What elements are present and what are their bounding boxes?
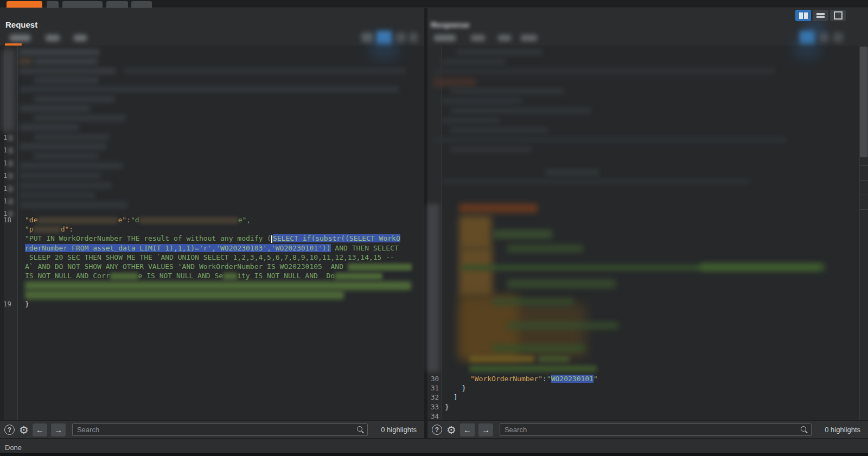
code-line[interactable]: "pd": [25,224,421,234]
response-title: Response [431,20,470,29]
layout-toggle-group [795,10,846,21]
redacted-content [469,365,597,372]
partial-line-number: 1 [0,195,16,207]
request-code[interactable]: "dee":"de","pd":"PUT IN WorkOrderNumber … [25,215,421,309]
code-line[interactable]: "PUT IN WorkOrderNumber THE result of wi… [25,234,421,243]
redacted-content [441,117,500,124]
redacted-content [459,216,492,248]
scrollbar-mark [860,180,868,181]
code-line[interactable]: "dee":"de", [25,215,421,224]
layout-rows-button[interactable] [813,10,828,21]
magnifier-icon [801,426,806,432]
code-line[interactable]: } [25,299,421,309]
redacted-content [18,49,100,56]
top-tab-active[interactable] [7,1,42,8]
code-token: } [25,300,29,308]
redacted-content [20,182,112,189]
response-highlights-count: 0 highlights [812,426,868,434]
line-number: 30 [427,374,441,383]
prev-match-button[interactable]: ← [33,423,47,436]
partial-line-number: 1 [0,207,16,220]
code-token: "p [25,225,34,233]
redacted-content [493,345,585,352]
top-tab[interactable] [47,1,59,8]
request-search-input[interactable] [72,423,368,436]
redacted-content [498,35,511,41]
redacted-content [469,356,534,362]
code-line[interactable]: ] [445,393,857,402]
line-number [0,271,16,280]
code-token: SELECT if(substr((SELECT WorkO [273,234,400,242]
top-tab[interactable] [131,1,152,8]
help-icon[interactable]: ? [432,425,442,435]
redacted-text [335,273,382,280]
code-line[interactable] [25,290,421,299]
code-token: AND THEN SELECT [331,244,399,252]
response-scrollbar-track[interactable] [859,46,868,420]
code-line[interactable]: } [445,402,857,412]
code-line[interactable] [25,280,421,290]
redacted-content [459,247,493,296]
redacted-content [507,280,616,288]
gear-icon[interactable]: ⚙ [446,425,456,435]
redacted-content [493,230,552,239]
redacted-text [25,281,411,290]
request-highlights-count: 0 highlights [368,426,424,434]
redacted-content [46,35,60,41]
code-token: "de [25,216,37,224]
top-tab[interactable] [62,1,103,8]
redacted-content [34,153,99,159]
layout-single-button[interactable] [830,10,846,21]
line-number [0,224,16,234]
code-line[interactable]: "WorkOrderNumber":"WO20230101" [445,374,857,383]
app-window: Request Response 1819 1111111 "dee":"de"… [0,0,868,456]
single-pane-icon [834,11,843,20]
line-number: 19 [0,299,16,309]
redacted-content [434,137,787,143]
code-line[interactable] [445,412,857,421]
code-line[interactable]: rderNumber FROM asset_data LIMIT 1),1,1)… [25,243,421,253]
top-tab[interactable] [106,1,128,8]
redacted-content [450,146,532,153]
code-line[interactable]: IS NOT NULL AND Corre IS NOT NULL AND Se… [25,271,421,280]
line-number: 34 [427,412,441,421]
next-match-button[interactable]: → [51,423,66,436]
status-bar: Done [0,438,868,453]
response-line-numbers: 3031323334 [427,374,441,421]
partial-line-number: 1 [0,131,16,144]
line-number: 32 [427,393,441,402]
redacted-content [434,35,456,41]
request-line-numbers: 1819 [0,215,16,309]
code-token: IS NOT NULL AND Corr [25,272,110,280]
redacted-digit [8,173,13,179]
redacted-content [20,105,90,112]
code-token: A` AND DO NOT SHOW ANY OTHER VALUES 'AND… [25,262,348,271]
line-number [0,253,16,262]
code-line[interactable]: A` AND DO NOT SHOW ANY OTHER VALUES 'AND… [25,262,421,271]
redacted-content [441,59,506,65]
redacted-content [20,192,95,198]
code-token: " [593,375,598,383]
next-match-button[interactable]: → [478,423,493,436]
redacted-content [545,169,599,176]
response-search-input[interactable] [500,423,812,436]
response-code[interactable]: "WorkOrderNumber":"WO20230101" } ]} [445,374,857,421]
redacted-content [459,204,538,213]
layout-columns-button[interactable] [795,10,811,21]
redacted-content [507,322,618,329]
redacted-content [700,264,825,271]
response-scrollbar-thumb[interactable] [860,47,867,157]
redacted-content [803,23,824,36]
code-token: rderNumber FROM asset_data LIMIT 1),1,1)… [25,244,331,252]
code-line[interactable]: } [445,383,857,393]
partial-line-number: 1 [0,169,16,182]
scrollbar-mark [860,195,868,195]
prev-match-button[interactable]: ← [460,423,475,436]
redacted-digit [8,211,13,217]
gear-icon[interactable]: ⚙ [19,425,29,435]
redacted-content [434,68,776,74]
help-icon[interactable]: ? [4,425,15,435]
rows-icon [816,12,825,19]
code-line[interactable]: SLEEP 20 SEC THEN SHOW ME THE `AND UNION… [25,253,421,262]
redacted-digit [8,147,13,153]
